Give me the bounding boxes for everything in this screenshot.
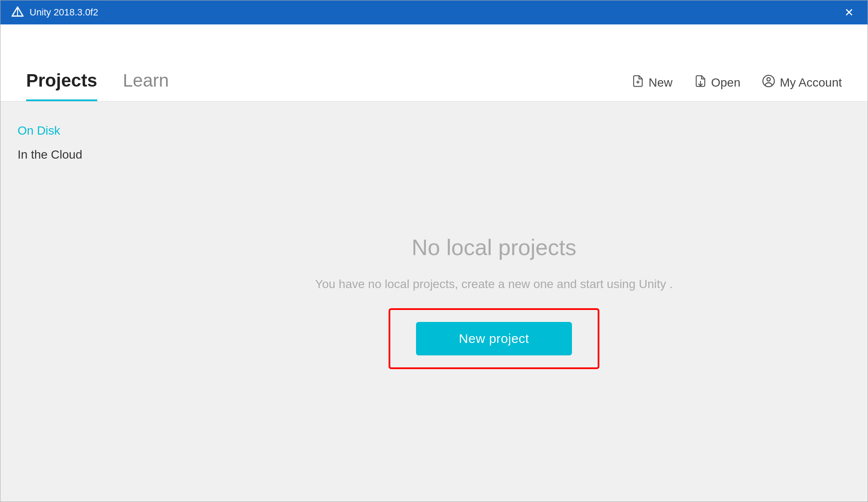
header: Projects Learn New: [0, 24, 868, 102]
header-actions: New Open: [632, 74, 842, 101]
app-window: Unity 2018.3.0f2 ✕ Projects Learn New: [0, 0, 868, 502]
nav-tabs: Projects Learn: [26, 24, 169, 101]
open-label: Open: [711, 76, 741, 90]
account-icon: [762, 74, 775, 91]
open-action[interactable]: Open: [694, 75, 741, 90]
sidebar: On Disk In the Cloud: [0, 102, 120, 502]
new-project-button[interactable]: New project: [416, 322, 572, 355]
my-account-label: My Account: [780, 76, 842, 90]
no-projects-title: No local projects: [412, 234, 576, 260]
new-label: New: [649, 76, 673, 90]
title-bar: Unity 2018.3.0f2 ✕: [0, 0, 868, 24]
main-content: No local projects You have no local proj…: [120, 102, 868, 502]
open-doc-icon: [694, 75, 707, 90]
new-project-highlight: New project: [389, 308, 599, 369]
sidebar-item-in-the-cloud[interactable]: In the Cloud: [18, 143, 103, 167]
title-bar-left: Unity 2018.3.0f2: [11, 6, 98, 19]
unity-logo-icon: [11, 6, 24, 19]
sidebar-item-on-disk[interactable]: On Disk: [18, 119, 103, 143]
svg-point-7: [767, 78, 770, 81]
tab-learn[interactable]: Learn: [123, 70, 169, 101]
close-button[interactable]: ✕: [841, 5, 857, 20]
content: On Disk In the Cloud No local projects Y…: [0, 102, 868, 502]
title-bar-title: Unity 2018.3.0f2: [30, 7, 98, 18]
new-doc-icon: [632, 75, 644, 90]
new-action[interactable]: New: [632, 75, 673, 90]
my-account-action[interactable]: My Account: [762, 74, 842, 91]
tab-projects[interactable]: Projects: [26, 70, 97, 101]
no-projects-subtitle: You have no local projects, create a new…: [315, 277, 673, 291]
